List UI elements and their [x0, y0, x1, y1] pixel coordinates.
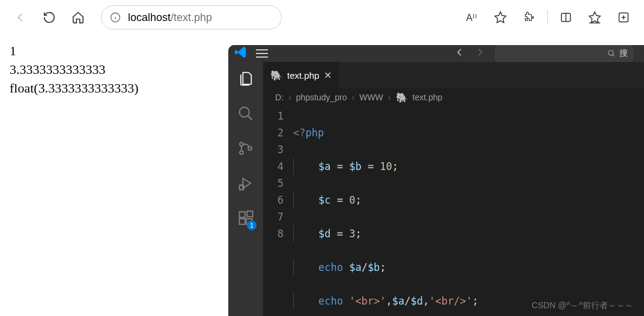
collections-button[interactable]	[612, 5, 636, 29]
command-search[interactable]: 搜	[495, 45, 633, 62]
svg-point-15	[248, 147, 252, 150]
svg-line-12	[248, 116, 252, 120]
back-button[interactable]	[8, 5, 32, 29]
tab-textphp[interactable]: 🐘 text.php ✕	[263, 62, 339, 88]
svg-point-11	[240, 108, 249, 117]
search-placeholder: 搜	[619, 48, 628, 59]
refresh-button[interactable]	[37, 5, 61, 29]
menu-button[interactable]	[254, 47, 270, 60]
code-content: <?php $a = $b = 10; $c = 0; $d = 3; echo…	[293, 106, 644, 316]
vscode-window: 搜 1 🐘 text.php ✕ D:› phpstudy_pro› WW	[228, 45, 644, 316]
address-bar[interactable]: localhost/text.php	[101, 5, 282, 29]
extensions-icon[interactable]: 1	[237, 210, 254, 229]
extensions-button[interactable]	[517, 5, 541, 29]
svg-rect-18	[240, 219, 245, 224]
editor-area: 🐘 text.php ✕ D:› phpstudy_pro› WWW› 🐘 te…	[263, 62, 644, 316]
close-icon[interactable]: ✕	[324, 70, 332, 81]
nav-back-icon[interactable]	[454, 47, 465, 60]
svg-point-9	[609, 50, 613, 55]
search-icon	[607, 49, 616, 58]
php-file-icon: 🐘	[270, 70, 282, 81]
favorites-list-button[interactable]	[583, 5, 607, 29]
editor-tabs: 🐘 text.php ✕	[263, 62, 644, 88]
debug-icon[interactable]	[237, 175, 254, 194]
info-icon	[110, 12, 121, 23]
favorite-button[interactable]	[488, 5, 512, 29]
code-editor[interactable]: 12345678 <?php $a = $b = 10; $c = 0; $d …	[263, 106, 644, 316]
read-aloud-button[interactable]: A⁾⁾	[460, 5, 484, 29]
address-text: localhost/text.php	[128, 11, 212, 24]
svg-rect-20	[247, 211, 252, 216]
browser-toolbar: localhost/text.php A⁾⁾	[0, 0, 644, 35]
activity-bar: 1	[228, 62, 263, 316]
svg-line-10	[613, 55, 615, 56]
svg-point-14	[240, 151, 243, 154]
search-icon[interactable]	[237, 105, 254, 124]
home-button[interactable]	[66, 5, 90, 29]
vscode-titlebar: 搜	[228, 45, 644, 62]
vscode-logo-icon	[234, 46, 248, 61]
sidebar-button[interactable]	[554, 5, 578, 29]
source-control-icon[interactable]	[237, 140, 254, 159]
php-file-icon: 🐘	[396, 92, 408, 103]
ext-badge: 1	[247, 220, 257, 230]
tab-label: text.php	[287, 70, 319, 81]
explorer-icon[interactable]	[237, 70, 254, 90]
svg-rect-17	[240, 212, 245, 217]
line-gutter: 12345678	[263, 106, 293, 316]
breadcrumb[interactable]: D:› phpstudy_pro› WWW› 🐘 text.php	[263, 88, 644, 106]
watermark: CSDN @^～^前行者～～～	[532, 300, 633, 311]
svg-point-13	[240, 142, 243, 146]
nav-forward-icon[interactable]	[475, 47, 485, 60]
